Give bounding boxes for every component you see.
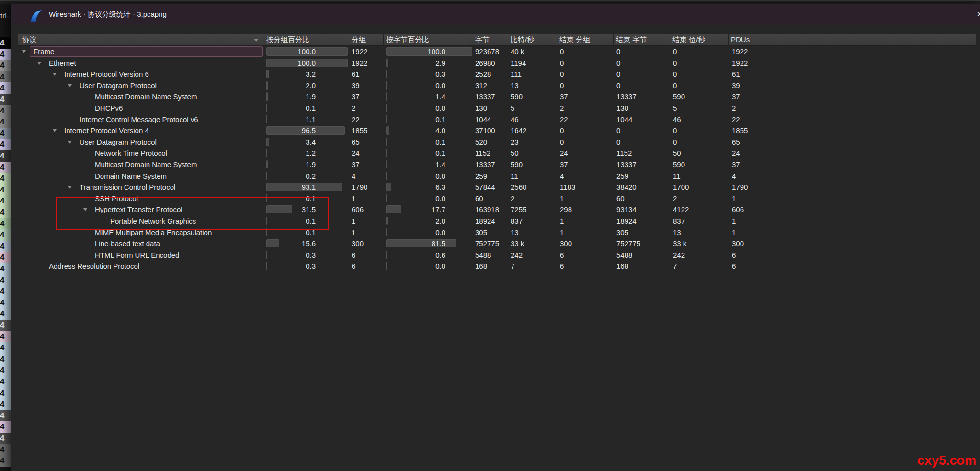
cell-pdus: 37	[732, 91, 740, 102]
chevron-down-icon[interactable]	[68, 141, 72, 144]
col-header-pdus[interactable]: PDUs	[731, 34, 750, 46]
col-header-pct-packets[interactable]: 按分组百分比	[266, 34, 309, 46]
cell-bits-s: 111	[511, 68, 522, 80]
cell-end-bytes: 0	[616, 68, 620, 80]
minimize-button[interactable]: —	[907, 4, 929, 25]
maximize-icon	[949, 12, 955, 18]
chevron-down-icon[interactable]	[68, 186, 72, 189]
cell-end-bytes: 305	[616, 227, 628, 238]
cell-end-bytes: 752775	[616, 238, 640, 249]
cell-percent-packets: 1.9	[263, 91, 316, 102]
table-row[interactable]: Network Time Protocol1.20.12411525024115…	[18, 147, 976, 159]
packet-list-row: 4 2	[0, 207, 11, 218]
cell-bytes: 163918	[475, 204, 499, 215]
col-header-end-packets[interactable]: 结束 分组	[559, 34, 590, 46]
cell-end-packets: 4	[560, 170, 564, 182]
cell-end-bits-s: 1700	[673, 181, 689, 193]
packet-list-row: 4 2	[0, 376, 11, 388]
chevron-down-icon[interactable]	[68, 84, 72, 87]
chevron-down-icon[interactable]	[53, 129, 57, 132]
packet-list-row: 4 2	[0, 320, 11, 331]
cell-end-packets: 1183	[560, 181, 575, 193]
table-row[interactable]: Address Resolution Protocol0.30.06168761…	[18, 260, 976, 272]
packet-list-row: 4 2	[0, 195, 11, 207]
cell-pdus: 37	[732, 159, 740, 170]
packet-list-row: 4 2	[0, 331, 11, 343]
cell-end-bits-s: 5	[673, 102, 677, 114]
cell-percent-bytes: 0.1	[383, 147, 445, 159]
cell-percent-bytes: 0.0	[383, 80, 445, 91]
cell-percent-packets: 93.1	[263, 181, 316, 193]
cell-pdus: 4	[732, 170, 736, 182]
table-row[interactable]: User Datagram Protocol2.00.0393121300039	[18, 80, 976, 91]
protocol-name: Ethernet	[49, 57, 76, 69]
table-row[interactable]: Ethernet100.02.919222698011940001922	[18, 57, 976, 69]
chevron-down-icon[interactable]	[22, 50, 26, 53]
cell-end-bits-s: 50	[673, 147, 681, 159]
cell-bits-s: 1194	[511, 57, 526, 69]
col-header-bits[interactable]: 比特/秒	[511, 34, 534, 46]
cell-end-bits-s: 242	[673, 249, 685, 261]
table-row[interactable]: DHCPv60.10.021305213052	[18, 102, 976, 114]
table-header: 协议 按分组百分比 分组 按字节百分比 字节 比特/秒 结束 分组 结束 字节 …	[18, 34, 976, 46]
cell-end-bits-s: 0	[673, 57, 677, 69]
cell-packets: 1922	[352, 46, 367, 57]
cell-end-bits-s: 13	[673, 227, 681, 238]
col-header-end-bits[interactable]: 结束 位/秒	[672, 34, 705, 46]
cell-end-bits-s: 0	[673, 68, 677, 80]
cell-percent-bytes: 0.1	[383, 114, 445, 125]
table-row[interactable]: HTML Form URL Encoded0.30.66548824265488…	[18, 249, 976, 261]
table-row[interactable]: Transmission Control Protocol93.16.31790…	[18, 181, 976, 193]
packet-list-row: 4 2	[0, 297, 11, 309]
cell-pdus: 606	[732, 204, 744, 215]
table-row[interactable]: Internet Protocol Version 63.20.36125281…	[18, 68, 976, 80]
table-row[interactable]: Multicast Domain Name System1.91.4371333…	[18, 91, 976, 102]
col-header-packets[interactable]: 分组	[352, 34, 366, 46]
packet-list-row: 4 2	[0, 116, 11, 128]
col-header-pct-bytes[interactable]: 按字节百分比	[386, 34, 429, 46]
cell-bits-s: 33 k	[511, 238, 524, 249]
cell-end-bits-s: 590	[673, 91, 685, 102]
protocol-name: Internet Protocol Version 4	[64, 125, 149, 136]
cell-bits-s: 40 k	[511, 46, 524, 57]
cell-end-bits-s: 11	[673, 170, 681, 182]
cell-pdus: 1855	[732, 125, 748, 136]
chevron-down-icon[interactable]	[53, 73, 57, 76]
packet-list-row: 4 2	[0, 37, 11, 49]
table-row[interactable]: User Datagram Protocol3.40.1655202300065	[18, 136, 976, 148]
protocol-name: Domain Name System	[95, 170, 167, 182]
cell-percent-bytes: 17.7	[383, 204, 445, 215]
cell-end-bits-s: 590	[673, 159, 685, 170]
packet-list-row: 4 2	[0, 94, 11, 105]
cell-percent-bytes: 0.0	[383, 260, 445, 272]
dialog-titlebar[interactable]: Wireshark · 协议分级统计 · 3.pcapng — ✕	[11, 4, 980, 25]
cell-packets: 24	[352, 147, 360, 159]
cell-end-bits-s: 4122	[673, 204, 689, 215]
col-header-protocol[interactable]: 协议	[22, 34, 36, 46]
table-row[interactable]: Frame100.0100.0192292367840 k0001922	[18, 46, 976, 57]
cell-end-bits-s: 33 k	[673, 238, 686, 249]
table-row[interactable]: Internet Protocol Version 496.54.0185537…	[18, 125, 976, 136]
cell-end-bytes: 13337	[616, 91, 637, 102]
cell-bytes: 520	[475, 136, 487, 148]
table-row[interactable]: Internet Control Message Protocol v61.10…	[18, 114, 976, 125]
packet-list-row: 4 2	[0, 150, 11, 162]
chevron-down-icon[interactable]	[37, 62, 41, 65]
cell-end-packets: 0	[560, 68, 564, 80]
col-header-bytes[interactable]: 字节	[475, 34, 490, 46]
table-row[interactable]: Domain Name System0.20.04259114259114	[18, 170, 976, 182]
cell-bits-s: 13	[511, 80, 519, 91]
packet-list-row: 4 2	[0, 162, 11, 173]
packet-list-row: 4 2	[0, 275, 11, 286]
maximize-button[interactable]	[941, 4, 963, 25]
close-button[interactable]: ✕	[969, 4, 980, 25]
table-row[interactable]: Multicast Domain Name System1.91.4371333…	[18, 159, 976, 170]
cell-bits-s: 2	[511, 193, 514, 204]
cell-pdus: 300	[732, 238, 744, 249]
packet-list-row: 4 2	[0, 82, 11, 94]
cell-packets: 4	[352, 170, 355, 182]
col-header-end-bytes[interactable]: 结束 字节	[616, 34, 647, 46]
table-row[interactable]: Line-based text data15.681.530075277533 …	[18, 238, 976, 249]
cell-percent-packets: 96.5	[263, 125, 316, 136]
cell-end-bits-s: 0	[673, 125, 677, 136]
